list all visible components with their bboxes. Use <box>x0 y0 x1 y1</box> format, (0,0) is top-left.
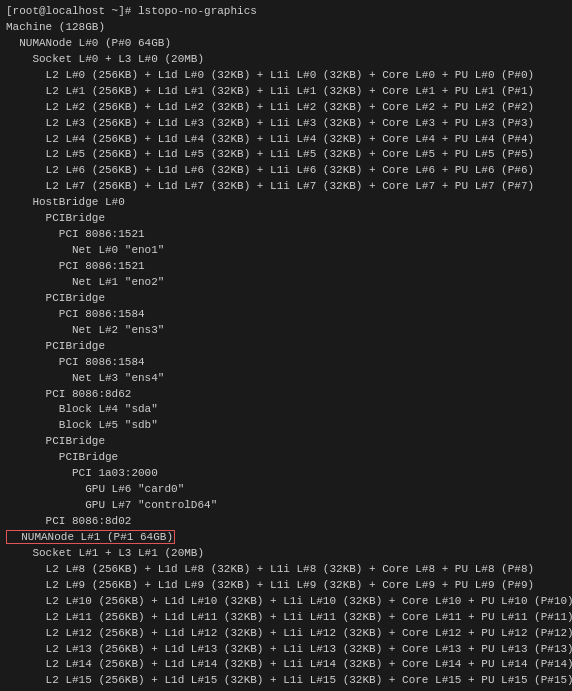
terminal-line-pci0_1521a: PCI 8086:1521 <box>6 227 566 243</box>
terminal-line-l2_1: L2 L#1 (256KB) + L1d L#1 (32KB) + L1i L#… <box>6 84 566 100</box>
terminal-line-l2_2: L2 L#2 (256KB) + L1d L#2 (32KB) + L1i L#… <box>6 100 566 116</box>
terminal-line-l2_11: L2 L#11 (256KB) + L1d L#11 (32KB) + L1i … <box>6 610 566 626</box>
terminal-line-l2_5: L2 L#5 (256KB) + L1d L#5 (32KB) + L1i L#… <box>6 147 566 163</box>
terminal-line-pcibridge2: PCIBridge <box>6 339 566 355</box>
terminal-line-hostbridge0: HostBridge L#0 <box>6 195 566 211</box>
terminal-line-l2_8: L2 L#8 (256KB) + L1d L#8 (32KB) + L1i L#… <box>6 562 566 578</box>
terminal-line-l2_3: L2 L#3 (256KB) + L1d L#3 (32KB) + L1i L#… <box>6 116 566 132</box>
terminal-line-machine: Machine (128GB) <box>6 20 566 36</box>
terminal-line-numa0: NUMANode L#0 (P#0 64GB) <box>6 36 566 52</box>
terminal-line-net_ens4: Net L#3 "ens4" <box>6 371 566 387</box>
terminal-line-gpu_ctrl: GPU L#7 "controlD64" <box>6 498 566 514</box>
terminal-window: [root@localhost ~]# lstopo-no-graphicsMa… <box>0 0 572 691</box>
terminal-line-gpu_card0: GPU L#6 "card0" <box>6 482 566 498</box>
terminal-line-l2_15: L2 L#15 (256KB) + L1d L#15 (32KB) + L1i … <box>6 673 566 689</box>
terminal-line-pcibridge4: PCIBridge <box>6 450 566 466</box>
terminal-line-pci_1a03: PCI 1a03:2000 <box>6 466 566 482</box>
terminal-line-l2_0: L2 L#0 (256KB) + L1d L#0 (32KB) + L1i L#… <box>6 68 566 84</box>
terminal-line-l2_7: L2 L#7 (256KB) + L1d L#7 (32KB) + L1i L#… <box>6 179 566 195</box>
terminal-line-pci0_1521b: PCI 8086:1521 <box>6 259 566 275</box>
terminal-line-pci0_8d62: PCI 8086:8d62 <box>6 387 566 403</box>
terminal-line-socket1: Socket L#1 + L3 L#1 (20MB) <box>6 546 566 562</box>
terminal-line-pcibridge3: PCIBridge <box>6 434 566 450</box>
terminal-line-net_eno1: Net L#0 "eno1" <box>6 243 566 259</box>
terminal-line-l2_13: L2 L#13 (256KB) + L1d L#13 (32KB) + L1i … <box>6 642 566 658</box>
numa1-highlight-wrapper: NUMANode L#1 (P#1 64GB) <box>6 530 566 546</box>
terminal-line-l2_12: L2 L#12 (256KB) + L1d L#12 (32KB) + L1i … <box>6 626 566 642</box>
numa1-highlight-text: NUMANode L#1 (P#1 64GB) <box>6 530 175 544</box>
terminal-line-pcibridge1: PCIBridge <box>6 291 566 307</box>
terminal-line-net_ens3: Net L#2 "ens3" <box>6 323 566 339</box>
terminal-line-block_sda: Block L#4 "sda" <box>6 402 566 418</box>
terminal-line-l2_14: L2 L#14 (256KB) + L1d L#14 (32KB) + L1i … <box>6 657 566 673</box>
terminal-line-net_eno2: Net L#1 "eno2" <box>6 275 566 291</box>
terminal-line-pci0_8d02: PCI 8086:8d02 <box>6 514 566 530</box>
terminal-line-cmd1: [root@localhost ~]# lstopo-no-graphics <box>6 4 566 20</box>
terminal-line-pcibridge0: PCIBridge <box>6 211 566 227</box>
terminal-line-pci0_1584b: PCI 8086:1584 <box>6 355 566 371</box>
terminal-line-block_sdb: Block L#5 "sdb" <box>6 418 566 434</box>
terminal-line-l2_6: L2 L#6 (256KB) + L1d L#6 (32KB) + L1i L#… <box>6 163 566 179</box>
terminal-line-l2_4: L2 L#4 (256KB) + L1d L#4 (32KB) + L1i L#… <box>6 132 566 148</box>
terminal-line-pci0_1584a: PCI 8086:1584 <box>6 307 566 323</box>
terminal-line-l2_10: L2 L#10 (256KB) + L1d L#10 (32KB) + L1i … <box>6 594 566 610</box>
terminal-line-socket0: Socket L#0 + L3 L#0 (20MB) <box>6 52 566 68</box>
terminal-line-l2_9: L2 L#9 (256KB) + L1d L#9 (32KB) + L1i L#… <box>6 578 566 594</box>
